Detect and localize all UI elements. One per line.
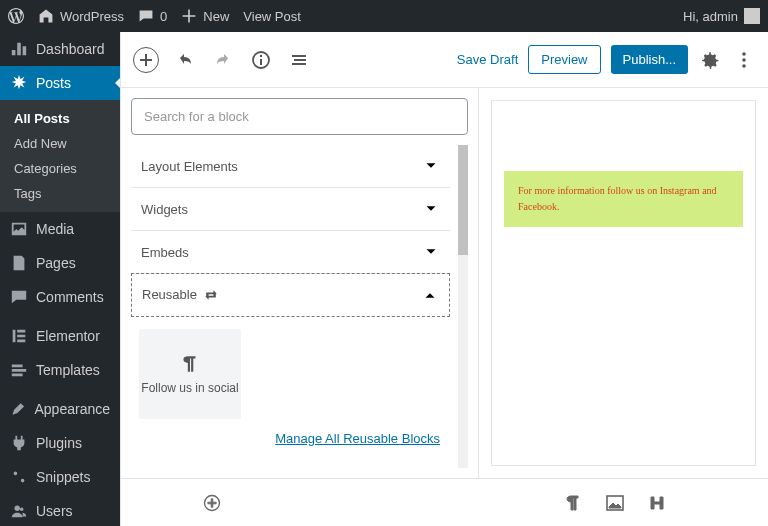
submenu-add-new[interactable]: Add New: [0, 131, 120, 156]
submenu-tags[interactable]: Tags: [0, 181, 120, 206]
menu-snippets[interactable]: Snippets: [0, 460, 120, 494]
menu-comments[interactable]: Comments: [0, 280, 120, 314]
reusable-block-follow-us[interactable]: Follow us in social: [139, 329, 241, 419]
insert-block-button[interactable]: [201, 492, 223, 514]
admin-bar: WordPress 0 New View Post Hi, admin: [0, 0, 768, 32]
admin-sidebar: Dashboard Posts All Posts Add New Catego…: [0, 32, 120, 526]
inserter-scrollbar[interactable]: [458, 145, 468, 468]
menu-appearance[interactable]: Appearance: [0, 392, 120, 426]
menu-posts[interactable]: Posts: [0, 66, 120, 100]
menu-media[interactable]: Media: [0, 212, 120, 246]
wp-logo[interactable]: [8, 8, 24, 24]
new-label: New: [203, 9, 229, 24]
svg-point-5: [742, 64, 746, 68]
editor-toolbar: Save Draft Preview Publish...: [121, 32, 768, 88]
greeting: Hi, admin: [683, 9, 738, 24]
preview-button[interactable]: Preview: [528, 45, 600, 74]
paragraph-block-button[interactable]: [562, 492, 584, 514]
publish-button[interactable]: Publish...: [611, 45, 688, 74]
menu-dashboard[interactable]: Dashboard: [0, 32, 120, 66]
menu-templates[interactable]: Templates: [0, 353, 120, 387]
category-reusable[interactable]: Reusable: [131, 273, 450, 317]
avatar: [744, 8, 760, 24]
category-layout-elements[interactable]: Layout Elements: [131, 145, 450, 188]
svg-point-3: [742, 52, 746, 56]
image-block-button[interactable]: [604, 492, 626, 514]
block-preview: For more information follow us on Instag…: [491, 100, 756, 466]
comments-count: 0: [160, 9, 167, 24]
more-menu-button[interactable]: [732, 48, 756, 72]
menu-users[interactable]: Users: [0, 494, 120, 526]
menu-pages[interactable]: Pages: [0, 246, 120, 280]
settings-button[interactable]: [698, 48, 722, 72]
menu-elementor[interactable]: Elementor: [0, 319, 120, 353]
editor-bottom-bar: [121, 478, 768, 526]
svg-point-2: [260, 54, 262, 56]
heading-block-button[interactable]: [646, 492, 668, 514]
menu-plugins[interactable]: Plugins: [0, 426, 120, 460]
chevron-down-icon: [422, 200, 440, 218]
preview-paragraph: For more information follow us on Instag…: [504, 171, 743, 227]
account-link[interactable]: Hi, admin: [683, 8, 760, 24]
redo-button[interactable]: [211, 48, 235, 72]
block-search-input[interactable]: Search for a block: [131, 98, 468, 135]
undo-button[interactable]: [173, 48, 197, 72]
manage-reusable-blocks-link[interactable]: Manage All Reusable Blocks: [131, 425, 450, 452]
new-link[interactable]: New: [181, 8, 229, 24]
save-draft-button[interactable]: Save Draft: [457, 52, 518, 67]
svg-point-0: [15, 506, 20, 511]
block-inserter-panel: Search for a block Layout Elements Widge…: [121, 88, 479, 478]
submenu-categories[interactable]: Categories: [0, 156, 120, 181]
submenu-all-posts[interactable]: All Posts: [0, 106, 120, 131]
add-block-button[interactable]: [133, 47, 159, 73]
category-widgets[interactable]: Widgets: [131, 188, 450, 231]
info-button[interactable]: [249, 48, 273, 72]
paragraph-icon: [179, 353, 201, 375]
chevron-down-icon: [422, 157, 440, 175]
chevron-up-icon: [421, 286, 439, 304]
menu-posts-submenu: All Posts Add New Categories Tags: [0, 100, 120, 212]
block-preview-panel: For more information follow us on Instag…: [479, 88, 768, 478]
view-post-link[interactable]: View Post: [243, 9, 301, 24]
reusable-icon: [203, 287, 219, 303]
svg-point-4: [742, 58, 746, 62]
site-name: WordPress: [60, 9, 124, 24]
outline-button[interactable]: [287, 48, 311, 72]
site-name-link[interactable]: WordPress: [38, 8, 124, 24]
editor: Save Draft Preview Publish... Search for…: [120, 32, 768, 526]
category-embeds[interactable]: Embeds: [131, 231, 450, 274]
comments-link[interactable]: 0: [138, 8, 167, 24]
chevron-down-icon: [422, 243, 440, 261]
